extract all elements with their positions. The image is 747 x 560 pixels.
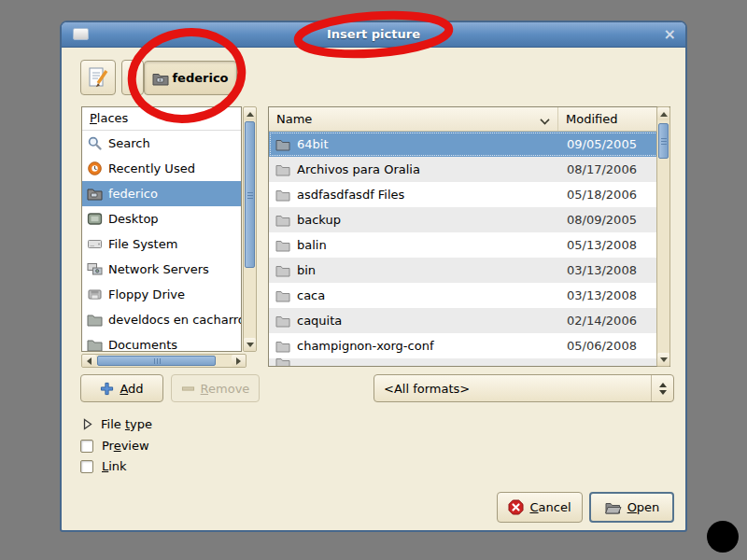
- file-modified: 08/09/2005: [558, 213, 652, 227]
- places-header[interactable]: Places: [82, 107, 241, 131]
- file-modified: 03/13/2008: [558, 288, 652, 302]
- type-filename-button[interactable]: [80, 60, 116, 95]
- folder-icon: [275, 264, 290, 277]
- file-name: Archivos para Oralia: [297, 162, 558, 176]
- cancel-label: Cancel: [529, 500, 571, 514]
- sidebar-item-label: Network Servers: [108, 262, 209, 276]
- folder-icon: [87, 337, 103, 352]
- file-name: 64bit: [297, 137, 558, 151]
- link-label: Link: [102, 459, 127, 473]
- sidebar-item-label: federico: [108, 187, 158, 201]
- sidebar-item-label: Floppy Drive: [108, 287, 185, 301]
- sidebar-item-label: develdocs en cacharro: [108, 313, 241, 327]
- open-folder-icon: [604, 500, 622, 515]
- table-row[interactable]: backup 08/09/2005: [269, 207, 669, 232]
- preview-checkbox-row[interactable]: Preview: [80, 439, 149, 453]
- drive-icon: [87, 236, 103, 252]
- close-icon[interactable]: ×: [664, 25, 676, 44]
- sidebar-item-develdocs[interactable]: develdocs en cacharro: [82, 307, 241, 332]
- sidebar-item-label: Desktop: [108, 212, 159, 226]
- format-select[interactable]: <All formats>: [374, 374, 674, 402]
- file-type-expander[interactable]: File type: [83, 417, 152, 431]
- folder-icon: [275, 239, 290, 252]
- sidebar-item-network-servers[interactable]: Network Servers: [82, 257, 241, 282]
- scroll-down-icon[interactable]: [244, 338, 256, 351]
- scrollbar-thumb[interactable]: [245, 121, 255, 268]
- link-checkbox[interactable]: [80, 460, 93, 473]
- location-label: federico: [172, 71, 228, 85]
- column-header-name[interactable]: Name: [269, 107, 558, 131]
- search-icon: [87, 135, 103, 151]
- table-row[interactable]: champignon-xorg-conf 05/06/2008: [269, 333, 669, 358]
- file-name: backup: [297, 213, 558, 227]
- file-modified: 03/13/2008: [558, 263, 652, 277]
- combo-spinner-icon: [651, 375, 673, 401]
- open-button[interactable]: Open: [589, 492, 674, 523]
- file-modified: 09/05/2005: [558, 137, 652, 151]
- preview-label: Preview: [102, 439, 149, 453]
- folder-icon: [275, 340, 290, 353]
- sidebar-item-recently-used[interactable]: Recently Used: [82, 156, 241, 181]
- scroll-down-icon[interactable]: [657, 353, 669, 366]
- scrollbar-thumb[interactable]: [97, 356, 216, 366]
- preview-checkbox[interactable]: [80, 440, 93, 453]
- folder-icon: [275, 289, 290, 302]
- files-vertical-scrollbar[interactable]: [656, 106, 670, 367]
- cancel-stop-icon: [508, 499, 524, 515]
- table-row[interactable]: 64bit 09/05/2005: [269, 132, 669, 157]
- places-horizontal-scrollbar[interactable]: [81, 354, 247, 368]
- scroll-left-icon[interactable]: [82, 355, 96, 367]
- places-vertical-scrollbar[interactable]: [243, 106, 257, 352]
- home-folder-icon: [87, 186, 103, 202]
- file-name: bin: [297, 263, 558, 277]
- table-row[interactable]: balin 05/13/2008: [269, 232, 669, 258]
- toolbar-button[interactable]: [121, 60, 144, 95]
- scroll-up-icon[interactable]: [244, 107, 256, 120]
- places-panel: Places Search Recently Used federico: [81, 106, 242, 352]
- sidebar-item-search[interactable]: Search: [82, 131, 241, 156]
- sidebar-item-documents[interactable]: Documents: [82, 332, 241, 352]
- file-modified: 05/06/2008: [558, 339, 652, 353]
- column-header-modified[interactable]: Modified: [558, 107, 669, 131]
- table-row[interactable]: caquita 02/14/2006: [269, 308, 669, 333]
- file-modified: 08/17/2006: [558, 162, 652, 176]
- sidebar-item-file-system[interactable]: File System: [82, 231, 241, 257]
- file-name: caca: [297, 288, 558, 302]
- sidebar-item-desktop[interactable]: Desktop: [82, 206, 241, 231]
- open-label: Open: [627, 500, 660, 514]
- add-button[interactable]: Add: [80, 374, 163, 402]
- scroll-up-icon[interactable]: [657, 107, 669, 120]
- location-federico-button[interactable]: federico: [144, 61, 237, 95]
- minus-icon: [181, 382, 195, 396]
- window-title: Insert picture: [62, 27, 685, 41]
- link-checkbox-row[interactable]: Link: [80, 459, 127, 473]
- sidebar-item-federico[interactable]: federico: [82, 181, 241, 206]
- table-row-partial: [269, 358, 669, 367]
- titlebar[interactable]: Insert picture ×: [62, 22, 685, 48]
- sidebar-item-floppy-drive[interactable]: Floppy Drive: [82, 282, 241, 307]
- scroll-right-icon[interactable]: [232, 355, 246, 367]
- cancel-button[interactable]: Cancel: [497, 492, 583, 523]
- file-modified: 02/14/2006: [558, 314, 652, 328]
- scrollbar-thumb[interactable]: [658, 123, 669, 159]
- folder-icon: [275, 214, 290, 227]
- annotation-dot: [707, 521, 739, 553]
- table-row[interactable]: Archivos para Oralia 08/17/2006: [269, 157, 669, 182]
- file-list-panel: Name Modified 64bit 09/05/2005 Archivos …: [268, 106, 670, 367]
- chevron-down-icon: [541, 117, 548, 124]
- plus-icon: [100, 382, 114, 396]
- desktop-icon: [87, 211, 103, 227]
- floppy-icon: [87, 287, 103, 302]
- sidebar-item-label: Search: [108, 136, 150, 150]
- folder-icon: [275, 358, 290, 367]
- folder-icon: [275, 163, 290, 176]
- file-modified: 05/13/2008: [558, 238, 652, 252]
- file-name: asdfasdfasdf Files: [297, 188, 558, 202]
- table-row[interactable]: bin 03/13/2008: [269, 258, 669, 283]
- file-modified: 05/18/2006: [558, 188, 652, 202]
- table-row[interactable]: caca 03/13/2008: [269, 283, 669, 308]
- table-row[interactable]: asdfasdfasdf Files 05/18/2006: [269, 182, 669, 207]
- add-label: Add: [120, 382, 143, 396]
- file-list-header: Name Modified: [269, 107, 669, 132]
- folder-icon: [275, 189, 290, 202]
